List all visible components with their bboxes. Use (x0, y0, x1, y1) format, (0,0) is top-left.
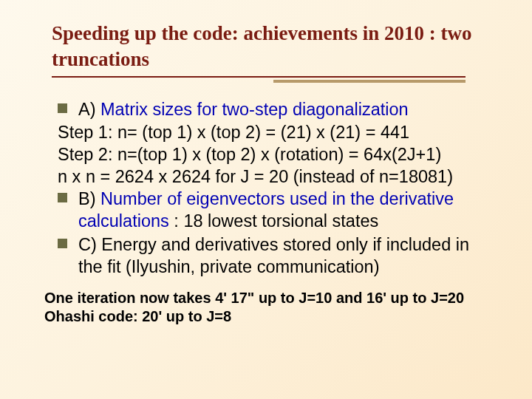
title-underline (52, 76, 466, 82)
footer-line-1: One iteration now takes 4' 17" up to J=1… (44, 289, 488, 308)
title-area: Speeding up the code: achievements in 20… (22, 21, 510, 72)
bullet-c: C) Energy and derivatives stored only if… (58, 233, 488, 278)
body-content: A) Matrix sizes for two-step diagonaliza… (22, 82, 510, 278)
bullet-a: A) Matrix sizes for two-step diagonaliza… (58, 98, 488, 120)
line-nxn: n x n = 2624 x 2624 for J = 20 (instead … (58, 166, 488, 188)
bullet-a-highlight: Matrix sizes for two-step diagonalizatio… (100, 100, 409, 119)
slide: Speeding up the code: achievements in 20… (0, 0, 532, 399)
bullet-c-text: C) Energy and derivatives stored only if… (78, 235, 469, 276)
bullet-b-prefix: B) (78, 189, 100, 208)
square-bullet-icon (58, 193, 67, 202)
square-bullet-icon (58, 239, 67, 248)
bullet-b: B) Number of eigenvectors used in the de… (58, 188, 488, 232)
square-bullet-icon (58, 103, 67, 113)
line-step2: Step 2: n=(top 1) x (top 2) x (rotation)… (58, 143, 488, 166)
slide-title: Speeding up the code: achievements in 20… (52, 21, 480, 72)
line-step1: Step 1: n= (top 1) x (top 2) = (21) x (2… (58, 121, 488, 143)
footer: One iteration now takes 4' 17" up to J=1… (22, 279, 510, 327)
footer-line-2: Ohashi code: 20' up to J=8 (44, 307, 488, 327)
bullet-a-prefix: A) (78, 100, 100, 119)
bullet-b-tail: : 18 lowest torsional states (169, 211, 378, 231)
